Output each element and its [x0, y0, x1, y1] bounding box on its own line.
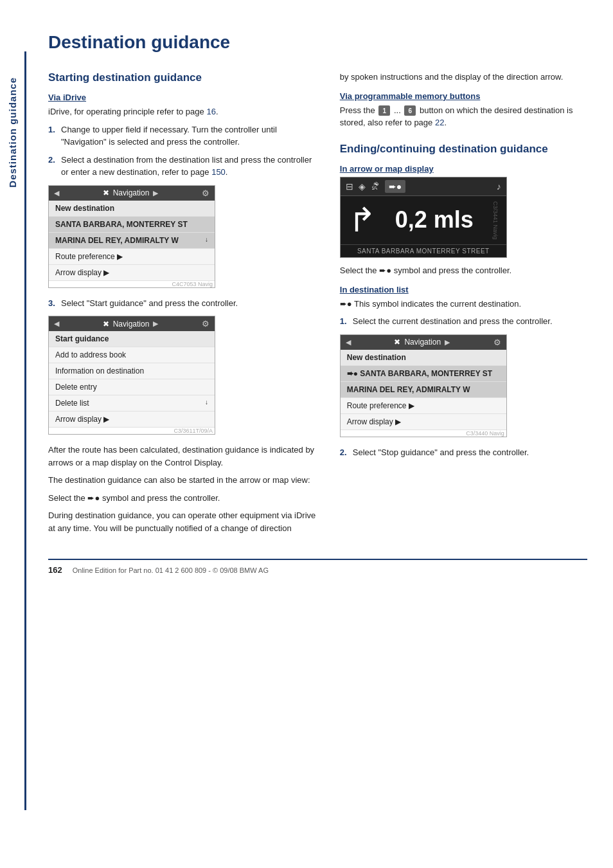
dest-list-bullet-para: ➨● This symbol indicates the current des… — [340, 298, 587, 311]
nav-title-3: Navigation — [404, 338, 441, 347]
dest-step-2-list: 2. Select "Stop guidance" and press the … — [340, 446, 587, 459]
nav-item-info-dest[interactable]: Information on destination — [49, 363, 215, 379]
nav-menu-2-right-arrow: ▶ — [153, 320, 158, 328]
right-para-1: by spoken instructions and the display o… — [340, 71, 587, 84]
right-column: by spoken instructions and the display o… — [340, 71, 587, 539]
nav-item-delete-entry[interactable]: Delete entry — [49, 379, 215, 395]
main-content: Destination guidance Starting destinatio… — [35, 0, 613, 601]
nav-menu-1-header: ◀ ✖ Navigation ▶ ⚙ — [49, 186, 215, 201]
toolbar-icon-1: ⊟ — [346, 181, 353, 192]
step-2-number: 2. — [48, 154, 57, 179]
dest-step-2-text: Select "Stop guidance" and press the con… — [353, 446, 529, 459]
after-calc-para-4: During destination guidance, you can ope… — [48, 509, 321, 534]
left-column: Starting destination guidance Via iDrive… — [48, 71, 321, 539]
nav-item-arrow-display-3[interactable]: Arrow display ▶ — [341, 414, 506, 430]
arrow-display-toolbar: ⊟ ◈ ⛐ ➨● ♪ — [341, 177, 506, 196]
dest-step-2-number: 2. — [340, 446, 349, 459]
dest-list-steps: 1. Select the current destination and pr… — [340, 315, 587, 328]
nav-menu-1-left-arrow: ◀ — [54, 189, 59, 197]
nav-menu-3-label: ✖ Navigation ▶ — [394, 338, 450, 347]
page-number: 162 — [48, 565, 62, 575]
via-idrive-text: iDrive, for operating principle refer to… — [48, 107, 206, 116]
page-16-link[interactable]: 16 — [206, 107, 215, 116]
via-prog-para: Press the 1 ... 6 button on which the de… — [340, 104, 587, 129]
via-idrive-heading: Via iDrive — [48, 93, 321, 102]
step-1-text: Change to upper field if necessary. Turn… — [61, 123, 321, 149]
after-calc-para-1: After the route has been calculated, des… — [48, 444, 321, 469]
nav-item-add-address[interactable]: Add to address book — [49, 347, 215, 363]
nav-item-marina-del-rey-1[interactable]: MARINA DEL REY, ADMIRALTY W↓ — [49, 233, 215, 249]
footer: 162 Online Edition for Part no. 01 41 2 … — [48, 559, 587, 575]
nav-menu-2: ◀ ✖ Navigation ▶ ⚙ Start guidance Add to… — [48, 316, 215, 435]
toolbar-icon-3: ⛐ — [371, 181, 380, 192]
nav-icon-1: ✖ — [103, 188, 109, 197]
arrow-symbol-inline: ➨● — [87, 493, 100, 503]
step-3-number: 3. — [48, 297, 57, 310]
nav-menu-1-credit: C4C7053 Navig — [49, 281, 215, 287]
sidebar-label: Destination guidance — [7, 77, 18, 188]
nav-item-new-dest-3[interactable]: New destination — [341, 350, 506, 366]
toolbar-right-icon: ♪ — [497, 181, 501, 192]
nav-menu-1: ◀ ✖ Navigation ▶ ⚙ New destination SANTA… — [48, 185, 215, 288]
page-150-link[interactable]: 150 — [211, 167, 226, 177]
nav-menu-2-credit: C3/3611T/09/A — [49, 428, 215, 434]
toolbar-icon-2: ◈ — [359, 181, 366, 192]
arrow-display-mockup: ⊟ ◈ ⛐ ➨● ♪ ↱ 0,2 mls C3/3441 Navig SANTA… — [340, 177, 507, 258]
toolbar-icons: ⊟ ◈ ⛐ ➨● — [346, 180, 405, 193]
dest-list-bullet-symbol: ➨● — [340, 299, 352, 309]
step-2: 2. Select a destination from the destina… — [48, 154, 321, 179]
dest-step-1-number: 1. — [340, 315, 349, 328]
nav-menu-3: ◀ ✖ Navigation ▶ ⚙ New destination ➨● SA… — [340, 334, 507, 437]
nav-item-arrow-display-2[interactable]: Arrow display ▶ — [49, 411, 215, 428]
nav-menu-3-right-arrow: ▶ — [445, 338, 450, 347]
arrow-display-body: ↱ 0,2 mls C3/3441 Navig — [341, 196, 506, 245]
nav-item-arrow-display-1[interactable]: Arrow display ▶ — [49, 265, 215, 281]
direction-arrow: ↱ — [348, 203, 377, 237]
via-idrive-para: iDrive, for operating principle refer to… — [48, 105, 321, 118]
nav-item-route-pref-1[interactable]: Route preference ▶ — [49, 249, 215, 265]
sidebar: Destination guidance — [0, 0, 24, 868]
nav-item-new-dest-1[interactable]: New destination — [49, 201, 215, 217]
dest-step-1: 1. Select the current destination and pr… — [340, 315, 587, 328]
two-column-layout: Starting destination guidance Via iDrive… — [48, 71, 587, 539]
step-3-text: Select "Start guidance" and press the co… — [61, 297, 238, 310]
nav-menu-1-gear-icon: ⚙ — [202, 188, 209, 198]
page-22-link[interactable]: 22 — [435, 118, 444, 127]
nav-title-2: Navigation — [113, 320, 150, 329]
page-title: Destination guidance — [48, 32, 587, 53]
step-1-number: 1. — [48, 123, 57, 149]
step-1: 1. Change to upper field if necessary. T… — [48, 123, 321, 149]
credit-right: C3/3441 Navig — [492, 201, 499, 240]
nav-menu-1-right-arrow: ▶ — [153, 189, 158, 197]
dest-step-2: 2. Select "Stop guidance" and press the … — [340, 446, 587, 459]
nav-item-santa-barbara-1[interactable]: SANTA BARBARA, MONTERREY ST — [49, 217, 215, 233]
mem-btn-1: 1 — [378, 105, 390, 116]
select-symbol-para: Select the ➨● symbol and press the contr… — [340, 264, 587, 277]
ending-guidance-heading: Ending/continuing destination guidance — [340, 142, 587, 156]
nav-item-delete-list[interactable]: Delete list ↓ — [49, 395, 215, 411]
steps-list: 1. Change to upper field if necessary. T… — [48, 123, 321, 179]
nav-menu-2-header: ◀ ✖ Navigation ▶ ⚙ — [49, 316, 215, 331]
nav-menu-3-header: ◀ ✖ Navigation ▶ ⚙ — [341, 335, 506, 350]
distance-display: 0,2 mls — [383, 206, 486, 233]
nav-item-santa-barbara-3[interactable]: ➨● SANTA BARBARA, MONTERREY ST — [341, 366, 506, 382]
nav-item-marina-3[interactable]: MARINA DEL REY, ADMIRALTY W — [341, 382, 506, 398]
after-calc-para-2: The destination guidance can also be sta… — [48, 474, 321, 487]
corner-arrow: ↱ — [348, 203, 377, 237]
via-idrive-period: . — [216, 107, 218, 116]
arrow-symbol-2: ➨● — [379, 266, 391, 275]
step-3: 3. Select "Start guidance" and press the… — [48, 297, 321, 310]
nav-menu-3-gear-icon: ⚙ — [493, 338, 501, 347]
nav-item-route-pref-3[interactable]: Route preference ▶ — [341, 398, 506, 414]
starting-guidance-heading: Starting destination guidance — [48, 71, 321, 85]
nav-menu-1-label: ✖ Navigation ▶ — [103, 188, 159, 197]
nav-menu-2-label: ✖ Navigation ▶ — [103, 320, 159, 329]
nav-icon-2: ✖ — [103, 320, 109, 329]
via-prog-heading: Via programmable memory buttons — [340, 91, 587, 101]
mem-btn-6: 6 — [404, 105, 416, 116]
footer-text: Online Edition for Part no. 01 41 2 600 … — [73, 566, 269, 574]
dest-step-1-text: Select the current destination and press… — [353, 315, 553, 328]
in-arrow-heading: In arrow or map display — [340, 164, 587, 174]
nav-item-start-guidance[interactable]: Start guidance — [49, 331, 215, 347]
step-2-text: Select a destination from the destinatio… — [61, 154, 321, 179]
